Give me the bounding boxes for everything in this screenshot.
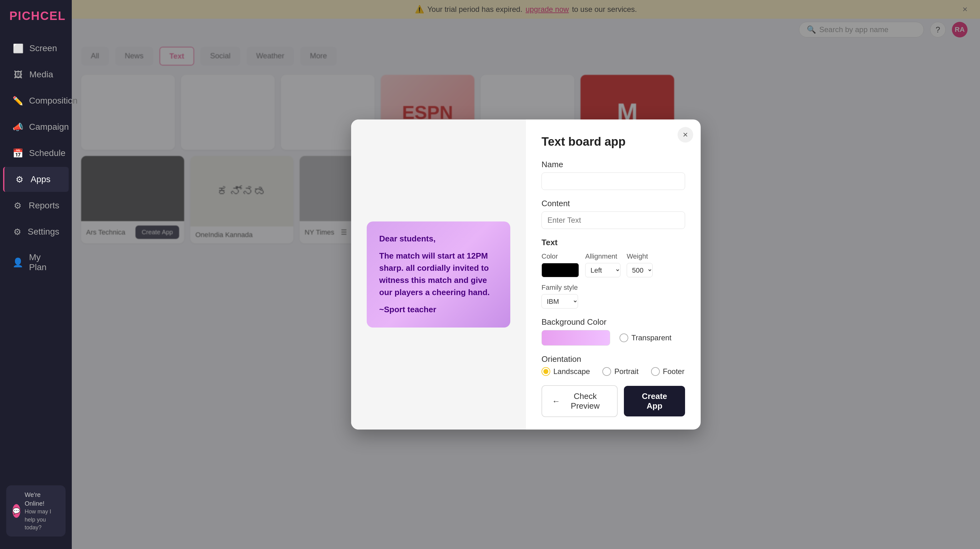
content-input[interactable] (541, 211, 685, 229)
sidebar-item-label-campaign: Campaign (29, 122, 69, 132)
apps-icon: ⚙ (14, 174, 25, 185)
name-form-group: Name (541, 160, 685, 190)
chat-avatar: 💬 (13, 504, 20, 518)
sidebar-item-label-reports: Reports (29, 201, 59, 211)
sidebar-item-composition[interactable]: ✏️ Composition (3, 88, 68, 113)
footer-option[interactable]: Footer (651, 367, 684, 376)
sidebar-item-myplan[interactable]: 👤 My Plan (3, 246, 68, 279)
sidebar-item-label-settings: Settings (28, 227, 59, 237)
bg-color-form-group: Background Color Transparent (541, 317, 685, 346)
name-input[interactable] (541, 173, 685, 190)
check-preview-button[interactable]: ← Check Preview (541, 385, 618, 417)
sidebar-item-settings[interactable]: ⚙ Settings (3, 219, 68, 244)
chat-text: We're Online! How may I help you today? (25, 490, 59, 532)
family-select[interactable]: IBM Arial Roboto (541, 294, 578, 308)
portrait-label: Portrait (614, 367, 638, 376)
preview-line2 (379, 245, 498, 250)
schedule-icon: 📅 (13, 148, 24, 159)
orientation-row: Landscape Portrait Footer (541, 367, 685, 376)
modal-dialog: Dear students, The match will start at 1… (351, 119, 701, 430)
back-arrow-icon: ← (552, 397, 560, 406)
landscape-label: Landscape (554, 367, 590, 376)
myplan-icon: 👤 (13, 257, 24, 268)
sidebar-item-campaign[interactable]: 📣 Campaign (3, 114, 68, 140)
sidebar-item-screen[interactable]: ⬜ Screen (3, 36, 68, 61)
media-icon: 🖼 (13, 69, 24, 80)
landscape-option[interactable]: Landscape (541, 367, 590, 376)
sidebar-item-reports[interactable]: ⚙ Reports (3, 193, 68, 218)
color-control-group: Color (541, 252, 579, 277)
weight-control-group: Weight 300 400 500 600 700 (627, 252, 652, 277)
sidebar-item-schedule[interactable]: 📅 Schedule (3, 141, 68, 166)
bg-color-label: Background Color (541, 317, 685, 327)
preview-line1: Dear students, (379, 233, 498, 245)
footer-radio[interactable] (651, 367, 660, 376)
bg-color-row: Transparent (541, 330, 685, 346)
content-label: Content (541, 199, 685, 208)
modal-form-pane: Text board app Name Content Text Co (526, 119, 701, 430)
portrait-option[interactable]: Portrait (602, 367, 638, 376)
content-form-group: Content (541, 199, 685, 229)
family-label: Family style (541, 284, 578, 292)
sidebar-item-apps[interactable]: ⚙ Apps (3, 167, 68, 192)
sidebar-item-label-media: Media (29, 70, 53, 79)
modal-overlay: Dear students, The match will start at 1… (72, 0, 980, 549)
modal-footer: ← Check Preview Create App (541, 385, 685, 417)
portrait-radio[interactable] (602, 367, 611, 376)
weight-select[interactable]: 300 400 500 600 700 (627, 263, 652, 277)
landscape-radio[interactable] (541, 367, 550, 376)
text-controls: Color Allignment Left Center Right (541, 252, 685, 308)
composition-icon: ✏️ (13, 95, 24, 106)
preview-line4 (379, 298, 498, 303)
sidebar: PICHCEL ⬜ Screen 🖼 Media ✏️ Composition … (0, 0, 72, 549)
footer-label: Footer (663, 367, 684, 376)
logo: PICHCEL (0, 10, 72, 35)
landscape-radio-inner (543, 369, 548, 374)
preview-line5: ~Sport teacher (379, 303, 498, 316)
transparent-radio[interactable] (619, 333, 628, 342)
campaign-icon: 📣 (13, 121, 24, 133)
preview-line3: The match will start at 12PM sharp. all … (379, 250, 498, 298)
family-control-group: Family style IBM Arial Roboto (541, 284, 578, 308)
sidebar-item-label-screen: Screen (29, 43, 57, 53)
transparent-label: Transparent (632, 333, 671, 342)
modal-close-button[interactable]: × (678, 127, 693, 143)
create-app-button[interactable]: Create App (624, 386, 685, 416)
alignment-label: Allignment (585, 252, 620, 260)
weight-label: Weight (627, 252, 652, 260)
sidebar-item-label-myplan: My Plan (29, 252, 59, 272)
text-color-swatch[interactable] (541, 263, 579, 277)
bg-color-swatch[interactable] (541, 330, 610, 346)
orientation-form-group: Orientation Landscape Portrait (541, 354, 685, 376)
transparent-option[interactable]: Transparent (619, 333, 671, 342)
modal-preview-pane: Dear students, The match will start at 1… (351, 119, 526, 430)
screen-icon: ⬜ (13, 43, 24, 54)
chat-bubble[interactable]: 💬 We're Online! How may I help you today… (6, 486, 65, 536)
sidebar-item-media[interactable]: 🖼 Media (3, 62, 68, 87)
sidebar-item-label-composition: Composition (29, 96, 78, 106)
sidebar-item-label-apps: Apps (30, 175, 51, 184)
name-label: Name (541, 160, 685, 170)
color-label: Color (541, 252, 579, 260)
modal-title: Text board app (541, 135, 685, 149)
alignment-select[interactable]: Left Center Right (585, 263, 620, 277)
text-section-title: Text (541, 238, 685, 248)
reports-icon: ⚙ (13, 200, 23, 211)
orientation-label: Orientation (541, 354, 685, 364)
text-board-preview: Dear students, The match will start at 1… (367, 222, 510, 327)
sidebar-item-label-schedule: Schedule (29, 148, 65, 158)
text-section: Text Color Allignment Left Center Right (541, 238, 685, 308)
main-content: ⚠️ Your trial period has expired. upgrad… (72, 0, 980, 549)
alignment-control-group: Allignment Left Center Right (585, 252, 620, 277)
settings-icon: ⚙ (13, 226, 22, 237)
